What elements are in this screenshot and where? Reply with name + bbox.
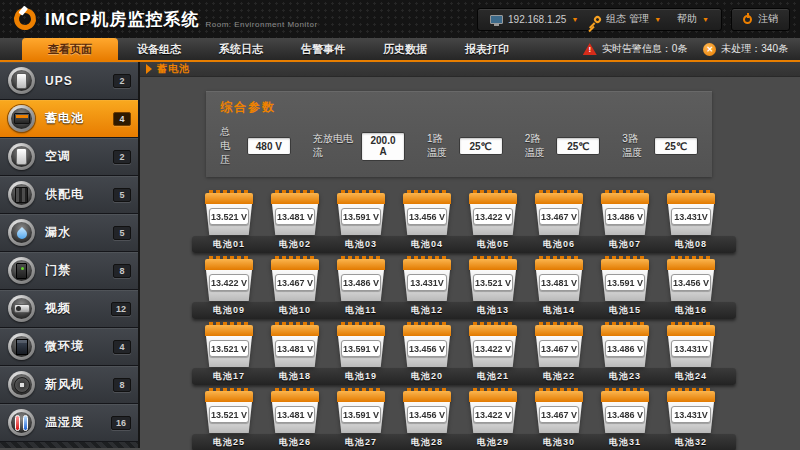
- battery-cell[interactable]: 13.456 V电池20: [394, 322, 460, 386]
- battery-voltage: 13.591 V: [341, 406, 381, 423]
- sidebar-item-label: 蓄电池: [45, 110, 84, 127]
- battery-cell[interactable]: 13.422 V电池21: [460, 322, 526, 386]
- battery-cell[interactable]: 13.521 V电池17: [196, 322, 262, 386]
- battery-cell[interactable]: 13.456 V电池28: [394, 388, 460, 450]
- battery-voltage: 13.422 V: [209, 274, 249, 291]
- sidebar-item-temp-humidity[interactable]: 温湿度 16: [0, 404, 138, 442]
- camera-icon: [8, 295, 35, 322]
- battery-voltage: 13.431V: [671, 208, 711, 225]
- battery-cell[interactable]: 13.486 V电池11: [328, 256, 394, 320]
- ip-address-menu[interactable]: 192.168.1.25 ▼: [490, 14, 578, 25]
- battery-name: 电池31: [609, 436, 641, 449]
- sidebar-item-door-access[interactable]: 门禁 8: [0, 252, 138, 290]
- sidebar-item-micro-environment[interactable]: 微环境 4: [0, 328, 138, 366]
- unhandled-alarm-status[interactable]: 未处理：340条: [703, 42, 788, 56]
- battery-name: 电池24: [675, 370, 707, 383]
- battery-cell[interactable]: 13.456 V电池04: [394, 190, 460, 254]
- battery-cap: [601, 259, 649, 270]
- battery-name: 电池06: [543, 238, 575, 251]
- realtime-alarm-status[interactable]: 实时告警信息：0条: [583, 42, 688, 56]
- battery-cell[interactable]: 13.431V电池24: [658, 322, 724, 386]
- power-icon: [743, 15, 752, 24]
- battery-voltage: 13.467 V: [539, 208, 579, 225]
- config-manage-menu[interactable]: 组态 管理 ▼: [594, 12, 661, 26]
- tab-system-log[interactable]: 系统日志: [200, 38, 282, 60]
- battery-graphic: 13.521 V: [202, 388, 256, 433]
- battery-name: 电池27: [345, 436, 377, 449]
- battery-voltage: 13.481 V: [275, 406, 315, 423]
- sidebar-item-count: 12: [111, 302, 131, 316]
- sidebar-item-count: 2: [113, 74, 131, 88]
- battery-voltage: 13.486 V: [605, 208, 645, 225]
- tab-alarm-events[interactable]: 告警事件: [282, 38, 364, 60]
- tab-view-page[interactable]: 查看页面: [22, 38, 118, 60]
- battery-cell[interactable]: 13.591 V电池19: [328, 322, 394, 386]
- battery-cell[interactable]: 13.467 V电池22: [526, 322, 592, 386]
- battery-name: 电池29: [477, 436, 509, 449]
- sidebar-item-count: 8: [113, 264, 131, 278]
- battery-cell[interactable]: 13.591 V电池15: [592, 256, 658, 320]
- battery-cell[interactable]: 13.422 V电池09: [196, 256, 262, 320]
- sidebar-item-video[interactable]: 视频 12: [0, 290, 138, 328]
- battery-cell[interactable]: 13.481 V电池26: [262, 388, 328, 450]
- battery-cell[interactable]: 13.521 V电池25: [196, 388, 262, 450]
- battery-cell[interactable]: 13.481 V电池18: [262, 322, 328, 386]
- battery-voltage: 13.456 V: [407, 340, 447, 357]
- battery-graphic: 13.467 V: [532, 388, 586, 433]
- sidebar-item-battery[interactable]: 蓄电池 4: [0, 100, 138, 138]
- battery-cell[interactable]: 13.467 V电池30: [526, 388, 592, 450]
- battery-cell[interactable]: 13.467 V电池10: [262, 256, 328, 320]
- battery-icon: [8, 105, 35, 132]
- breadcrumb-arrow-icon: [146, 64, 152, 74]
- battery-voltage: 13.481 V: [275, 340, 315, 357]
- tab-device-config[interactable]: 设备组态: [118, 38, 200, 60]
- battery-cap: [205, 193, 253, 204]
- battery-cell[interactable]: 13.591 V电池27: [328, 388, 394, 450]
- battery-cap: [337, 193, 385, 204]
- sidebar-item-water-leak[interactable]: 漏水 5: [0, 214, 138, 252]
- battery-cell[interactable]: 13.486 V电池07: [592, 190, 658, 254]
- chevron-down-icon: ▼: [571, 16, 578, 23]
- battery-voltage: 13.486 V: [605, 406, 645, 423]
- battery-name: 电池01: [213, 238, 245, 251]
- power-distribution-icon: [8, 181, 35, 208]
- unhandled-alarm-text: 未处理：340条: [721, 42, 788, 56]
- battery-cell[interactable]: 13.521 V电池13: [460, 256, 526, 320]
- help-menu[interactable]: 帮助 ▼: [677, 12, 709, 26]
- battery-cell[interactable]: 13.422 V电池29: [460, 388, 526, 450]
- tab-report-print[interactable]: 报表打印: [446, 38, 528, 60]
- battery-graphic: 13.422 V: [466, 190, 520, 235]
- battery-cell[interactable]: 13.591 V电池03: [328, 190, 394, 254]
- field-charge-current: 充放电电流 200.0 A: [313, 132, 405, 161]
- battery-cell[interactable]: 13.431V电池12: [394, 256, 460, 320]
- battery-cell[interactable]: 13.422 V电池05: [460, 190, 526, 254]
- battery-row-cells: 13.521 V电池0113.481 V电池0213.591 V电池0313.4…: [196, 190, 724, 254]
- battery-cell[interactable]: 13.467 V电池06: [526, 190, 592, 254]
- sidebar-item-air-conditioner[interactable]: 空调 2: [0, 138, 138, 176]
- sidebar-item-fresh-air-fan[interactable]: 新风机 8: [0, 366, 138, 404]
- sidebar-item-count: 16: [111, 416, 131, 430]
- tab-history-data[interactable]: 历史数据: [364, 38, 446, 60]
- sidebar-item-power-distribution[interactable]: 供配电 5: [0, 176, 138, 214]
- battery-voltage: 13.422 V: [473, 406, 513, 423]
- battery-voltage: 13.591 V: [341, 340, 381, 357]
- battery-cell[interactable]: 13.456 V电池16: [658, 256, 724, 320]
- sidebar-item-ups[interactable]: UPS 2: [0, 62, 138, 100]
- battery-graphic: 13.467 V: [532, 322, 586, 367]
- battery-graphic: 13.486 V: [598, 322, 652, 367]
- logout-button[interactable]: 注销: [731, 8, 790, 31]
- battery-cap: [271, 259, 319, 270]
- battery-cap: [535, 259, 583, 270]
- battery-cell[interactable]: 13.481 V电池02: [262, 190, 328, 254]
- battery-cell[interactable]: 13.431V电池32: [658, 388, 724, 450]
- battery-cell[interactable]: 13.486 V电池23: [592, 322, 658, 386]
- battery-name: 电池12: [411, 304, 443, 317]
- battery-cell[interactable]: 13.431V电池08: [658, 190, 724, 254]
- battery-cap: [667, 391, 715, 402]
- breadcrumb: 蓄电池: [140, 62, 800, 77]
- field-label: 3路温度: [622, 132, 646, 160]
- battery-cell[interactable]: 13.481 V电池14: [526, 256, 592, 320]
- battery-cell[interactable]: 13.486 V电池31: [592, 388, 658, 450]
- battery-cap: [469, 259, 517, 270]
- battery-cell[interactable]: 13.521 V电池01: [196, 190, 262, 254]
